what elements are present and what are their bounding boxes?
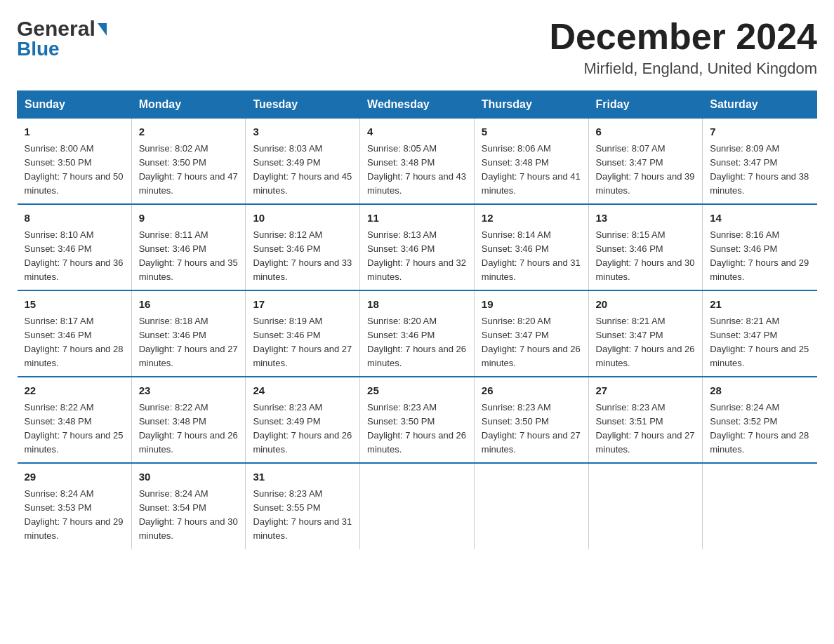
day-info: Sunrise: 8:17 AMSunset: 3:46 PMDaylight:… [25,314,124,371]
day-number: 10 [253,210,352,227]
calendar-cell: 3Sunrise: 8:03 AMSunset: 3:49 PMDaylight… [246,119,360,205]
day-info: Sunrise: 8:23 AMSunset: 3:50 PMDaylight:… [367,401,467,457]
day-info: Sunrise: 8:00 AMSunset: 3:50 PMDaylight:… [25,142,124,199]
calendar-cell: 14Sunrise: 8:16 AMSunset: 3:46 PMDayligh… [703,204,817,290]
calendar-cell: 8Sunrise: 8:10 AMSunset: 3:46 PMDaylight… [18,204,132,290]
day-number: 14 [710,210,809,227]
calendar-cell: 23Sunrise: 8:22 AMSunset: 3:48 PMDayligh… [131,377,246,463]
day-number: 26 [482,383,581,399]
calendar-cell: 9Sunrise: 8:11 AMSunset: 3:46 PMDaylight… [131,204,246,290]
day-number: 6 [596,124,696,140]
day-number: 4 [367,124,467,140]
day-number: 29 [25,469,124,485]
day-info: Sunrise: 8:10 AMSunset: 3:46 PMDaylight:… [25,228,124,285]
day-number: 1 [25,124,124,140]
calendar-cell [474,463,588,549]
day-info: Sunrise: 8:23 AMSunset: 3:51 PMDaylight:… [596,401,696,457]
day-number: 24 [253,383,352,399]
calendar-table: SundayMondayTuesdayWednesdayThursdayFrid… [17,90,817,549]
day-number: 16 [139,297,239,313]
calendar-cell: 26Sunrise: 8:23 AMSunset: 3:50 PMDayligh… [474,377,588,463]
calendar-week-row: 1Sunrise: 8:00 AMSunset: 3:50 PMDaylight… [18,119,817,205]
day-info: Sunrise: 8:02 AMSunset: 3:50 PMDaylight:… [139,142,239,199]
day-info: Sunrise: 8:23 AMSunset: 3:49 PMDaylight:… [253,401,352,457]
calendar-week-row: 22Sunrise: 8:22 AMSunset: 3:48 PMDayligh… [18,377,817,463]
calendar-cell: 7Sunrise: 8:09 AMSunset: 3:47 PMDaylight… [703,119,817,205]
day-number: 30 [139,469,239,485]
calendar-cell: 29Sunrise: 8:24 AMSunset: 3:53 PMDayligh… [18,463,132,549]
day-number: 27 [596,383,696,399]
calendar-cell: 4Sunrise: 8:05 AMSunset: 3:48 PMDaylight… [360,119,475,205]
calendar-week-row: 8Sunrise: 8:10 AMSunset: 3:46 PMDaylight… [18,204,817,290]
day-info: Sunrise: 8:11 AMSunset: 3:46 PMDaylight:… [139,228,239,285]
day-info: Sunrise: 8:23 AMSunset: 3:50 PMDaylight:… [482,401,581,457]
calendar-cell: 18Sunrise: 8:20 AMSunset: 3:46 PMDayligh… [360,290,475,377]
day-info: Sunrise: 8:20 AMSunset: 3:46 PMDaylight:… [367,314,467,371]
calendar-cell: 30Sunrise: 8:24 AMSunset: 3:54 PMDayligh… [131,463,246,549]
day-number: 28 [710,383,809,399]
calendar-subtitle: Mirfield, England, United Kingdom [549,60,817,78]
day-info: Sunrise: 8:09 AMSunset: 3:47 PMDaylight:… [710,142,809,199]
calendar-cell: 27Sunrise: 8:23 AMSunset: 3:51 PMDayligh… [588,377,703,463]
day-info: Sunrise: 8:24 AMSunset: 3:52 PMDaylight:… [710,401,809,457]
day-info: Sunrise: 8:03 AMSunset: 3:49 PMDaylight:… [253,142,352,199]
calendar-cell [360,463,475,549]
calendar-cell: 17Sunrise: 8:19 AMSunset: 3:46 PMDayligh… [246,290,360,377]
day-info: Sunrise: 8:14 AMSunset: 3:46 PMDaylight:… [482,228,581,285]
day-info: Sunrise: 8:21 AMSunset: 3:47 PMDaylight:… [710,314,809,371]
day-info: Sunrise: 8:07 AMSunset: 3:47 PMDaylight:… [596,142,696,199]
calendar-cell: 21Sunrise: 8:21 AMSunset: 3:47 PMDayligh… [703,290,817,377]
col-header-friday: Friday [588,91,703,119]
day-number: 9 [139,210,239,227]
day-info: Sunrise: 8:16 AMSunset: 3:46 PMDaylight:… [710,228,809,285]
logo-general-text: General [17,17,95,41]
day-number: 11 [367,210,467,227]
day-number: 7 [710,124,809,140]
calendar-cell: 2Sunrise: 8:02 AMSunset: 3:50 PMDaylight… [131,119,246,205]
day-number: 12 [482,210,581,227]
calendar-cell: 28Sunrise: 8:24 AMSunset: 3:52 PMDayligh… [703,377,817,463]
day-number: 3 [253,124,352,140]
day-info: Sunrise: 8:06 AMSunset: 3:48 PMDaylight:… [482,142,581,199]
col-header-tuesday: Tuesday [246,91,360,119]
page-header: General Blue December 2024 Mirfield, Eng… [17,17,817,78]
col-header-thursday: Thursday [474,91,588,119]
day-info: Sunrise: 8:19 AMSunset: 3:46 PMDaylight:… [253,314,352,371]
day-info: Sunrise: 8:24 AMSunset: 3:54 PMDaylight:… [139,487,239,544]
calendar-cell: 20Sunrise: 8:21 AMSunset: 3:47 PMDayligh… [588,290,703,377]
day-info: Sunrise: 8:21 AMSunset: 3:47 PMDaylight:… [596,314,696,371]
day-number: 22 [25,383,124,399]
calendar-week-row: 15Sunrise: 8:17 AMSunset: 3:46 PMDayligh… [18,290,817,377]
day-number: 5 [482,124,581,140]
day-info: Sunrise: 8:22 AMSunset: 3:48 PMDaylight:… [139,401,239,457]
day-number: 2 [139,124,239,140]
day-number: 21 [710,297,809,313]
calendar-cell: 12Sunrise: 8:14 AMSunset: 3:46 PMDayligh… [474,204,588,290]
calendar-cell: 11Sunrise: 8:13 AMSunset: 3:46 PMDayligh… [360,204,475,290]
logo: General Blue [17,17,107,60]
calendar-cell: 19Sunrise: 8:20 AMSunset: 3:47 PMDayligh… [474,290,588,377]
day-info: Sunrise: 8:13 AMSunset: 3:46 PMDaylight:… [367,228,467,285]
calendar-cell: 10Sunrise: 8:12 AMSunset: 3:46 PMDayligh… [246,204,360,290]
calendar-cell: 1Sunrise: 8:00 AMSunset: 3:50 PMDaylight… [18,119,132,205]
calendar-cell: 13Sunrise: 8:15 AMSunset: 3:46 PMDayligh… [588,204,703,290]
calendar-cell: 31Sunrise: 8:23 AMSunset: 3:55 PMDayligh… [246,463,360,549]
day-number: 23 [139,383,239,399]
calendar-cell: 25Sunrise: 8:23 AMSunset: 3:50 PMDayligh… [360,377,475,463]
day-number: 25 [367,383,467,399]
calendar-cell: 16Sunrise: 8:18 AMSunset: 3:46 PMDayligh… [131,290,246,377]
day-info: Sunrise: 8:20 AMSunset: 3:47 PMDaylight:… [482,314,581,371]
day-number: 31 [253,469,352,485]
calendar-cell [703,463,817,549]
title-area: December 2024 Mirfield, England, United … [549,17,817,78]
day-number: 15 [25,297,124,313]
calendar-cell: 22Sunrise: 8:22 AMSunset: 3:48 PMDayligh… [18,377,132,463]
calendar-cell [588,463,703,549]
logo-blue-text: Blue [17,38,60,60]
day-info: Sunrise: 8:18 AMSunset: 3:46 PMDaylight:… [139,314,239,371]
day-info: Sunrise: 8:22 AMSunset: 3:48 PMDaylight:… [25,401,124,457]
day-info: Sunrise: 8:23 AMSunset: 3:55 PMDaylight:… [253,487,352,544]
calendar-cell: 6Sunrise: 8:07 AMSunset: 3:47 PMDaylight… [588,119,703,205]
col-header-wednesday: Wednesday [360,91,475,119]
day-number: 17 [253,297,352,313]
